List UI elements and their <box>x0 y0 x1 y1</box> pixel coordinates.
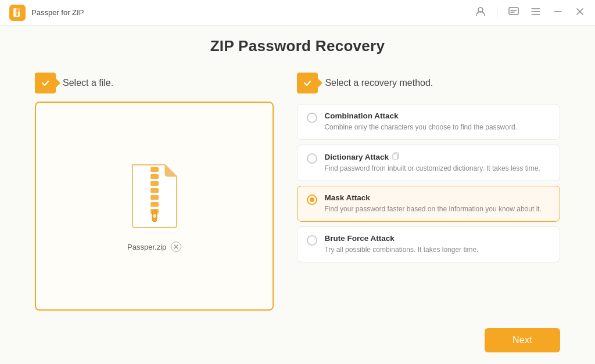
svg-rect-8 <box>150 174 159 179</box>
title-bar: Passper for ZIP <box>0 0 595 26</box>
radio-brute[interactable] <box>307 235 317 246</box>
radio-mask[interactable] <box>307 194 317 205</box>
radio-dictionary[interactable] <box>307 153 317 164</box>
close-icon[interactable] <box>574 6 586 20</box>
svg-rect-17 <box>393 154 397 160</box>
method-dictionary-name: Dictionary Attack <box>324 152 550 161</box>
method-dictionary-info: Dictionary Attack Find password from inb… <box>324 152 550 174</box>
method-brute-name: Brute Force Attack <box>324 234 550 243</box>
file-drop-zone[interactable]: Passper.zip <box>35 102 274 311</box>
next-button[interactable]: Next <box>485 328 560 352</box>
method-mask-desc: Find your password faster based on the i… <box>324 204 550 214</box>
left-section-title: Select a file. <box>63 78 113 88</box>
method-brute-info: Brute Force Attack Try all possible comb… <box>324 234 550 255</box>
svg-rect-3 <box>17 12 17 15</box>
app-icon <box>9 5 26 21</box>
svg-point-15 <box>153 214 156 218</box>
method-dictionary-desc: Find password from inbuilt or customized… <box>324 163 550 174</box>
bottom-bar: Next <box>0 328 595 364</box>
right-panel: Select a recovery method. Combination At… <box>297 73 560 311</box>
title-bar-left: Passper for ZIP <box>9 5 84 21</box>
method-dictionary[interactable]: Dictionary Attack Find password from inb… <box>297 145 560 181</box>
method-mask-info: Mask Attack Find your password faster ba… <box>324 193 550 214</box>
method-combination-info: Combination Attack Combine only the char… <box>324 111 550 132</box>
minimize-icon[interactable] <box>552 6 564 20</box>
account-icon[interactable] <box>475 6 486 20</box>
file-name: Passper.zip <box>127 243 166 251</box>
svg-rect-10 <box>150 188 159 193</box>
two-panel-layout: Select a file. <box>35 73 560 311</box>
svg-rect-7 <box>150 167 159 172</box>
step1-check-badge <box>35 73 56 93</box>
divider <box>497 7 497 19</box>
svg-rect-12 <box>150 202 159 207</box>
radio-combination[interactable] <box>307 113 317 123</box>
method-list: Combination Attack Combine only the char… <box>297 104 560 262</box>
file-name-row: Passper.zip <box>127 242 181 252</box>
right-section-header: Select a recovery method. <box>297 73 560 93</box>
left-section-header: Select a file. <box>35 73 274 93</box>
right-section-title: Select a recovery method. <box>325 78 433 88</box>
method-combination-name: Combination Attack <box>324 111 550 120</box>
method-mask-name: Mask Attack <box>324 193 550 202</box>
method-mask[interactable]: Mask Attack Find your password faster ba… <box>297 186 560 222</box>
message-icon[interactable] <box>508 6 519 20</box>
method-combination[interactable]: Combination Attack Combine only the char… <box>297 104 560 140</box>
app-title: Passper for ZIP <box>31 8 84 17</box>
svg-rect-9 <box>150 181 159 186</box>
method-brute-desc: Try all possible combinations. It takes … <box>324 244 550 255</box>
remove-file-button[interactable] <box>171 242 181 252</box>
left-panel: Select a file. <box>35 73 274 311</box>
page-title: ZIP Password Recovery <box>35 37 560 55</box>
step2-check-badge <box>297 73 318 93</box>
menu-icon[interactable] <box>530 6 542 20</box>
main-content: ZIP Password Recovery Select a file. <box>0 26 595 328</box>
method-combination-desc: Combine only the characters you choose t… <box>324 122 550 132</box>
dictionary-copy-icon[interactable] <box>392 152 400 161</box>
method-brute[interactable]: Brute Force Attack Try all possible comb… <box>297 226 560 262</box>
svg-rect-11 <box>150 195 159 200</box>
title-bar-controls <box>475 6 586 20</box>
svg-rect-5 <box>509 8 518 15</box>
zip-file-icon-wrapper <box>126 160 184 232</box>
